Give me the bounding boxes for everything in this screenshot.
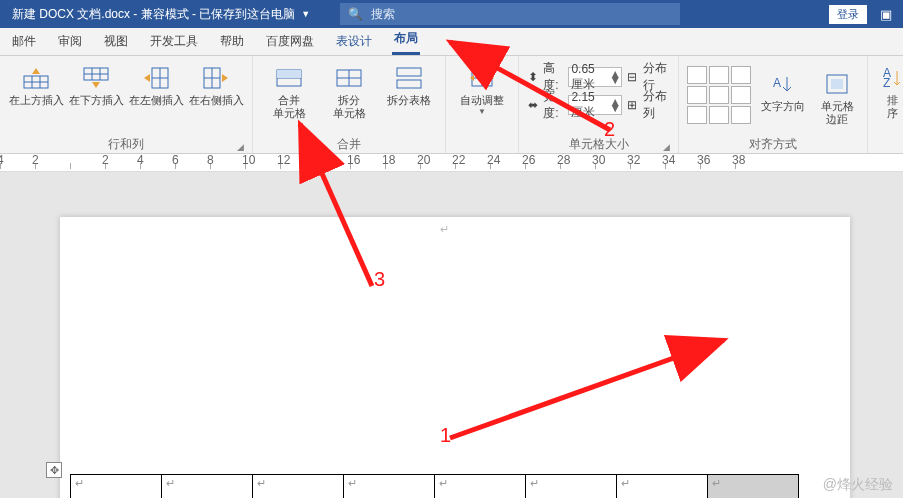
width-input[interactable]: 2.15 厘米▲▼	[568, 95, 622, 115]
dist-cols-icon: ⊞	[626, 97, 638, 113]
insert-left-icon	[140, 64, 172, 92]
split-table-icon	[393, 64, 425, 92]
text-direction-label: 文字方向	[761, 100, 805, 113]
svg-rect-27	[831, 79, 843, 89]
insert-above-label: 在上方插入	[9, 94, 64, 107]
height-value: 0.65 厘米	[571, 62, 609, 93]
text-direction-button[interactable]: A 文字方向	[761, 66, 805, 113]
insert-right-label: 在右侧插入	[189, 94, 244, 107]
search-box[interactable]: 🔍 搜索	[340, 3, 680, 25]
group-cell-size-label: 单元格大小	[569, 136, 629, 153]
text-direction-icon: A	[767, 70, 799, 98]
ribbon: 在上方插入 在下方插入 在左侧插入 在右侧插入 行和列◢ 合并 单元格	[0, 56, 903, 154]
svg-rect-20	[397, 68, 421, 76]
group-align-label: 对齐方式	[749, 136, 797, 153]
tab-view[interactable]: 视图	[102, 28, 130, 55]
col-width-icon: ⬌	[527, 97, 539, 113]
split-table-label: 拆分表格	[387, 94, 431, 107]
width-label: 宽度:	[543, 88, 564, 122]
sort-icon: AZ	[876, 64, 903, 92]
split-table-button[interactable]: 拆分表格	[381, 60, 437, 107]
dist-rows-icon: ⊟	[626, 69, 638, 85]
merge-cells-label: 合并 单元格	[273, 94, 306, 120]
autofit-icon	[466, 64, 498, 92]
svg-rect-16	[277, 70, 301, 78]
group-merge: 合并 单元格 拆分 单元格 拆分表格 合并	[253, 56, 446, 153]
paragraph-mark: ↵	[440, 223, 449, 236]
insert-right-icon	[200, 64, 232, 92]
row-height-icon: ⬍	[527, 69, 539, 85]
svg-rect-21	[397, 80, 421, 88]
cell-margins-button[interactable]: 单元格 边距	[815, 66, 859, 126]
cell-size-launcher-icon[interactable]: ◢	[663, 142, 670, 152]
height-input[interactable]: 0.65 厘米▲▼	[568, 67, 622, 87]
group-rows-cols: 在上方插入 在下方插入 在左侧插入 在右侧插入 行和列◢	[0, 56, 253, 153]
document-table[interactable]: ↵↵↵↵↵↵↵↵ ↵↵↵↵↵↵↵↵ ↵↵↵↵↵↵↵↵ ↵↵↵↵↵↵↵↵	[70, 474, 799, 498]
table-move-handle[interactable]: ✥	[46, 462, 62, 478]
search-icon: 🔍	[348, 7, 363, 21]
alignment-grid[interactable]	[687, 66, 751, 124]
merge-cells-icon	[273, 64, 305, 92]
width-value: 2.15 厘米	[571, 90, 609, 121]
svg-text:Z: Z	[883, 76, 890, 89]
group-cell-size: ⬍ 高度: 0.65 厘米▲▼ ⊟ 分布行 ⬌ 宽度: 2.15 厘米▲▼ ⊞ …	[519, 56, 679, 153]
sort-label: 排 序	[887, 94, 898, 120]
document-title: 新建 DOCX 文档.docx - 兼容模式 - 已保存到这台电脑	[6, 6, 295, 23]
insert-below-label: 在下方插入	[69, 94, 124, 107]
insert-below-icon	[80, 64, 112, 92]
search-placeholder: 搜索	[371, 6, 395, 23]
cell-margins-icon	[821, 70, 853, 98]
tab-help[interactable]: 帮助	[218, 28, 246, 55]
group-rows-cols-label: 行和列	[108, 136, 144, 153]
tab-mail[interactable]: 邮件	[10, 28, 38, 55]
svg-text:A: A	[773, 76, 781, 90]
dist-cols-button[interactable]: 分布列	[643, 88, 671, 122]
sort-button[interactable]: AZ 排 序	[876, 60, 903, 120]
tab-table-design[interactable]: 表设计	[334, 28, 374, 55]
tab-layout[interactable]: 布局	[392, 25, 420, 55]
autofit-button[interactable]: 自动调整 ▼	[454, 60, 510, 116]
split-cells-icon	[333, 64, 365, 92]
cell-margins-label: 单元格 边距	[821, 100, 854, 126]
page: ↵	[60, 217, 850, 498]
autofit-label: 自动调整	[460, 94, 504, 107]
document-area: ↵ ✥ ↵↵↵↵↵↵↵↵ ↵↵↵↵↵↵↵↵ ↵↵↵↵↵↵↵↵ ↵↵↵↵↵↵↵↵ …	[0, 172, 903, 498]
ribbon-options-icon[interactable]: ▣	[875, 7, 897, 22]
login-button[interactable]: 登录	[829, 5, 867, 24]
horizontal-ruler[interactable]: 422468101214161820222426283032343638	[0, 154, 903, 172]
tab-review[interactable]: 审阅	[56, 28, 84, 55]
insert-left-label: 在左侧插入	[129, 94, 184, 107]
insert-above-icon	[20, 64, 52, 92]
group-align: A 文字方向 单元格 边距 对齐方式	[679, 56, 868, 153]
merge-cells-button[interactable]: 合并 单元格	[261, 60, 317, 120]
group-sort: AZ 排 序	[868, 56, 903, 153]
rows-cols-launcher-icon[interactable]: ◢	[237, 142, 244, 152]
tab-baidu[interactable]: 百度网盘	[264, 28, 316, 55]
tab-dev[interactable]: 开发工具	[148, 28, 200, 55]
split-cells-button[interactable]: 拆分 单元格	[321, 60, 377, 120]
table-row: ↵↵↵↵↵↵↵↵	[71, 475, 799, 499]
insert-right-button[interactable]: 在右侧插入	[188, 60, 244, 107]
title-dropdown-icon[interactable]: ▼	[301, 9, 310, 19]
split-cells-label: 拆分 单元格	[333, 94, 366, 120]
ribbon-tabs: 邮件 审阅 视图 开发工具 帮助 百度网盘 表设计 布局	[0, 28, 903, 56]
title-bar: 新建 DOCX 文档.docx - 兼容模式 - 已保存到这台电脑 ▼ 🔍 搜索…	[0, 0, 903, 28]
insert-above-button[interactable]: 在上方插入	[8, 60, 64, 107]
insert-below-button[interactable]: 在下方插入	[68, 60, 124, 107]
group-autofit: 自动调整 ▼	[446, 56, 519, 153]
group-merge-label: 合并	[337, 136, 361, 153]
insert-left-button[interactable]: 在左侧插入	[128, 60, 184, 107]
